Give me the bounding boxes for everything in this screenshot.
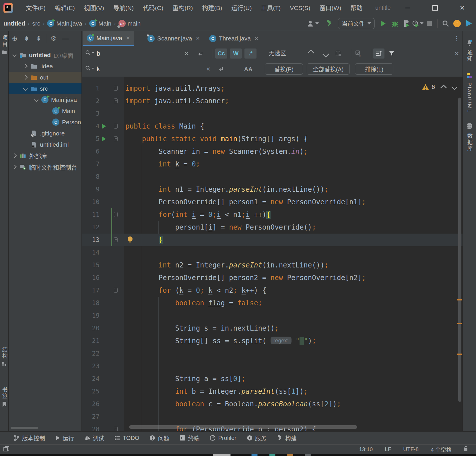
fold-marker-icon[interactable] <box>114 212 118 217</box>
plugin-gradient-icon[interactable] <box>463 18 474 29</box>
menu-item[interactable]: 编辑(E) <box>50 0 79 16</box>
breadcrumb-item[interactable]: CMain.java <box>47 20 82 27</box>
run-config-select[interactable]: 当前文件 <box>338 18 375 29</box>
fold-marker-icon[interactable] <box>114 124 118 129</box>
line-number[interactable]: 15 <box>82 259 100 271</box>
menu-item[interactable]: VCS(S) <box>285 0 315 16</box>
filter-results-button[interactable] <box>373 48 384 59</box>
code-line[interactable]: 14 <box>82 246 463 259</box>
editor-vertical-scrollbar[interactable] <box>458 98 461 402</box>
fold-marker-icon[interactable] <box>114 136 118 141</box>
menu-item[interactable]: 视图(V) <box>79 0 109 16</box>
tab-close-icon[interactable]: ✕ <box>126 35 130 41</box>
close-button[interactable]: ✕ <box>456 0 469 16</box>
run-with-coverage-button[interactable] <box>401 18 412 29</box>
replace-search-icon[interactable] <box>85 65 94 71</box>
caret-position[interactable]: 13:10 <box>359 446 373 453</box>
previous-warning-icon[interactable] <box>440 85 447 91</box>
line-number[interactable]: 23 <box>82 360 100 372</box>
tool-window-database[interactable]: 数据库 <box>463 123 476 152</box>
code-line[interactable]: 23 <box>82 360 463 372</box>
tool-window-plantuml[interactable]: PlantUML <box>463 73 476 113</box>
restore-windows-icon[interactable] <box>3 446 9 453</box>
search-icon[interactable] <box>85 50 94 56</box>
line-number[interactable]: 6 <box>82 145 100 158</box>
next-warning-icon[interactable] <box>451 84 458 90</box>
tree-item-src[interactable]: src <box>9 83 82 94</box>
menu-item[interactable]: 文件(F) <box>21 0 50 16</box>
line-number[interactable]: 10 <box>82 196 100 208</box>
line-number[interactable]: 3 <box>82 107 100 120</box>
code-line[interactable]: 19 <box>82 309 463 322</box>
code-line[interactable]: 26 boolean c = Boolean.parseBoolean(ss[2… <box>82 398 463 410</box>
code-line[interactable]: 16 PersonOverride[] person2 = new Person… <box>82 271 463 284</box>
run-line-icon[interactable] <box>102 136 106 141</box>
chevron-down-icon[interactable] <box>23 86 28 91</box>
collapse-all-icon[interactable]: ⇞ <box>33 35 45 42</box>
project-horizontal-scrollbar[interactable] <box>11 427 38 429</box>
bottom-bar-terminal[interactable]: 终端 <box>180 434 199 442</box>
line-number[interactable]: 26 <box>82 398 100 410</box>
match-case-toggle[interactable]: Cc <box>215 48 227 59</box>
line-number[interactable]: 19 <box>82 309 100 322</box>
code-line[interactable]: 15 int n2 = Integer.parseInt(in.nextLine… <box>82 259 463 271</box>
code-line[interactable]: 10 PersonOverride[] person1 = new Person… <box>82 196 463 208</box>
indent-setting[interactable]: 4 个空格 <box>431 445 452 453</box>
settings-gear-icon[interactable]: ⚙ <box>47 35 59 42</box>
tool-window-bell[interactable]: 通知 <box>463 40 476 62</box>
line-ending[interactable]: LF <box>385 446 391 453</box>
line-number[interactable]: 9 <box>82 183 100 196</box>
code-editor[interactable]: 6 1import java.util.Arrays;2import java.… <box>82 77 463 431</box>
error-stripe-mark[interactable] <box>457 323 462 324</box>
clear-replace-icon[interactable]: ✕ <box>205 61 212 77</box>
newline-icon[interactable] <box>196 46 205 61</box>
line-number[interactable]: 18 <box>82 297 100 309</box>
fold-marker-icon[interactable] <box>114 237 118 242</box>
bottom-bar-services[interactable]: 服务 <box>247 434 267 442</box>
editor-horizontal-scrollbar[interactable] <box>129 425 357 429</box>
tree-item-out[interactable]: out <box>9 72 82 83</box>
code-line[interactable]: 13 } <box>82 234 463 246</box>
previous-occurrence-icon[interactable] <box>307 49 314 56</box>
line-number[interactable]: 2 <box>82 95 100 107</box>
code-line[interactable]: 2import java.util.Scanner; <box>82 95 463 107</box>
minimize-button[interactable] <box>401 0 414 16</box>
menu-item[interactable]: 导航(N) <box>109 0 138 16</box>
bottom-bar-todo-list[interactable]: TODO <box>114 435 139 441</box>
breadcrumb-item[interactable]: src <box>32 20 40 27</box>
code-line[interactable]: 20 String s = in.nextLine(); <box>82 322 463 335</box>
breadcrumb-item[interactable]: mmain <box>118 20 141 27</box>
words-toggle[interactable]: W <box>230 48 242 59</box>
code-line[interactable]: 9 int n1 = Integer.parseInt(in.nextLine(… <box>82 183 463 196</box>
line-number[interactable]: 24 <box>82 372 100 385</box>
line-number[interactable]: 4 <box>82 120 100 133</box>
clear-find-icon[interactable]: ✕ <box>183 46 190 61</box>
bottom-bar-play[interactable]: 运行 <box>55 434 74 442</box>
line-number[interactable]: 1 <box>82 82 100 95</box>
funnel-filter-icon[interactable] <box>386 46 397 61</box>
preserve-selection-icon[interactable]: II <box>354 46 364 61</box>
menu-item[interactable]: 帮助 <box>346 0 367 16</box>
tab-thread-java[interactable]: CThread.java✕ <box>205 31 263 46</box>
chevron-right-icon[interactable] <box>12 154 17 158</box>
code-line[interactable]: 27 <box>82 410 463 423</box>
code-line[interactable]: 12 person1[i] = new PersonOverride(); <box>82 221 463 234</box>
menu-item[interactable]: 工具(T) <box>256 0 285 16</box>
fold-marker-icon[interactable] <box>114 288 118 293</box>
bottom-bar-hammer[interactable]: 构建 <box>277 434 297 442</box>
line-number[interactable]: 22 <box>82 347 100 360</box>
encoding[interactable]: UTF-8 <box>403 446 419 453</box>
lock-icon[interactable] <box>464 446 468 453</box>
close-search-icon[interactable]: ✕ <box>452 46 461 61</box>
tree-item--idea[interactable]: .idea <box>9 61 82 72</box>
build-hammer-icon[interactable] <box>324 18 335 29</box>
tree-item----[interactable]: 外部库 <box>9 150 82 161</box>
chevron-down-icon[interactable] <box>34 98 39 102</box>
error-stripe-mark[interactable] <box>457 354 462 355</box>
line-number[interactable]: 25 <box>82 385 100 398</box>
replace-newline-icon[interactable] <box>217 61 225 77</box>
menu-item[interactable]: 窗口(W) <box>315 0 346 16</box>
tree-item-untitled[interactable]: untitledD:\桌面 <box>9 49 82 61</box>
line-number[interactable]: 16 <box>82 271 100 284</box>
bottom-bar-profiler[interactable]: Profiler <box>210 435 236 441</box>
